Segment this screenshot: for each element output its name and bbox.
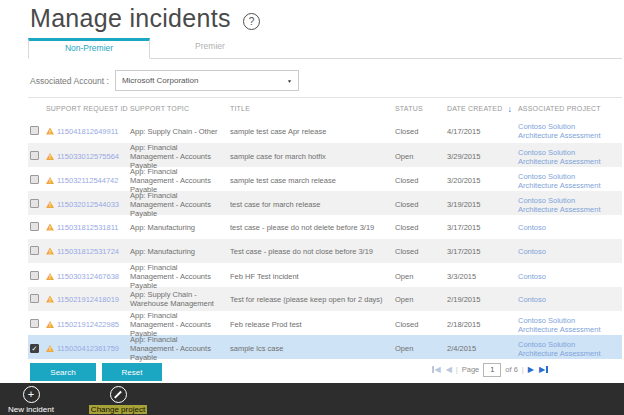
associated-project-link[interactable]: Contoso [518,272,614,281]
pager-left-buttons: ◀◀ [432,365,452,374]
title-cell: Feb release Prod test [230,320,395,329]
column-header-title[interactable]: TITLE [230,105,395,112]
date-created-cell: 3/29/2015 [447,152,518,161]
column-header-label: SUPPORT REQUEST ID [46,105,128,112]
command-label: New incident [8,405,54,414]
page-of-label: of 6 [505,365,518,374]
associated-account-filter: Associated Account : Microsoft Corporati… [30,70,299,91]
table-row[interactable]: ! 115041812649911 App: Supply Chain - Ot… [28,119,622,143]
support-request-id-link[interactable]: 115032112544742 [57,176,118,185]
title-cell: sample lcs case [230,344,395,353]
date-created-cell: 3/20/2015 [447,176,518,185]
row-checkbox[interactable] [30,199,39,208]
column-header-status[interactable]: STATUS [395,105,447,112]
table-row[interactable]: ! 115033012575564 App: Financial Managem… [28,143,622,167]
table-row[interactable]: ! 115031812531724 App: Manufacturing Tes… [28,239,622,263]
warning-triangle-icon: ! [46,321,54,328]
warning-triangle-icon: ! [46,128,54,135]
associated-project-link[interactable]: Contoso Solution Architecture Assessment [518,196,614,214]
associated-project-link[interactable]: Contoso Solution Architecture Assessment [518,148,614,166]
associated-project-link[interactable]: Contoso [518,295,614,304]
prev-page-button[interactable]: ◀ [446,365,452,374]
page-number-input[interactable] [483,363,501,377]
warning-triangle-icon: ! [46,224,54,231]
warning-bang: ! [49,274,51,280]
support-topic-cell: App: Financial Management - Accounts Pay… [130,335,230,362]
search-button[interactable]: Search [30,363,96,381]
warning-bang: ! [49,225,51,231]
column-header-support-topic[interactable]: SUPPORT TOPIC [130,105,230,112]
last-page-button[interactable]: ▶ [539,365,548,374]
row-checkbox[interactable] [30,151,39,160]
support-topic-cell: App: Manufacturing [130,223,230,232]
new-incident-button[interactable]: +New incident [2,386,60,414]
support-request-id-link[interactable]: 115021912422985 [57,320,119,329]
title-cell: sample case for march hotfix [230,152,395,161]
first-page-button[interactable]: ◀ [432,365,441,374]
support-topic-cell: App: Financial Management - Accounts Pay… [130,191,230,218]
row-checkbox[interactable] [30,271,39,280]
table-header-row: SUPPORT REQUEST IDSUPPORT TOPICTITLESTAT… [28,97,622,119]
table-row[interactable]: ! 115021912418019 App: Supply Chain - Wa… [28,287,622,311]
warning-bang: ! [49,129,51,135]
table-row[interactable]: ! 115021912422985 App: Financial Managem… [28,311,622,335]
column-header-label: ASSOCIATED PROJECT [518,105,601,112]
table-row[interactable]: ! 115032112544742 App: Financial Managem… [28,167,622,191]
change-project-button[interactable]: Change project [82,386,154,414]
column-header-associated-project[interactable]: ASSOCIATED PROJECT [518,105,622,112]
support-request-id-link[interactable]: 115031812531811 [57,223,118,232]
table-row[interactable]: ! 115031812531811 App: Manufacturing tes… [28,215,622,239]
row-checkbox[interactable] [30,319,39,328]
associated-project-link[interactable]: Contoso [518,223,614,232]
support-request-id-link[interactable]: 115021912418019 [57,295,119,304]
pencil-icon [114,391,121,398]
total-pages: 6 [514,365,518,374]
pager-separator: | [456,365,458,374]
help-icon[interactable]: ? [243,13,260,30]
warning-triangle-icon: ! [46,201,54,208]
support-topic-cell: App: Financial Management - Accounts Pay… [130,311,230,338]
tab-non-premier[interactable]: Non-Premier [28,38,150,59]
plus-icon: + [23,386,40,403]
page-title: Manage incidents [30,4,231,33]
status-cell: Closed [395,247,447,256]
associated-project-link[interactable]: Contoso [518,247,614,256]
associated-project-link[interactable]: Contoso Solution Architecture Assessment [518,172,614,190]
next-page-button[interactable]: ▶ [528,365,534,374]
support-request-id-link[interactable]: 115030312467638 [57,272,119,281]
table-row[interactable]: ✓ ! 115020412361759 App: Financial Manag… [28,335,622,359]
title-cell: sample test case Apr release [230,127,395,136]
associated-project-link[interactable]: Contoso Solution Architecture Assessment [518,316,614,334]
support-request-id-link[interactable]: 115020412361759 [57,344,119,353]
column-header-date-created[interactable]: DATE CREATED↓ [447,104,518,114]
support-topic-cell: App: Supply Chain - Warehouse Management [130,290,230,308]
title-cell: test case - please do not delete before … [230,223,395,232]
table-row[interactable]: ! 115032012544033 App: Financial Managem… [28,191,622,215]
pager-right-buttons: ▶▶ [528,365,548,374]
row-checkbox[interactable] [30,246,39,255]
support-request-id-link[interactable]: 115033012575564 [57,152,119,161]
reset-button[interactable]: Reset [102,363,162,381]
row-checkbox[interactable] [30,175,39,184]
warning-triangle-icon: ! [46,345,54,352]
support-topic-cell: App: Financial Management - Accounts Pay… [130,143,230,170]
row-checkbox[interactable] [30,294,39,303]
support-request-id-link[interactable]: 115031812531724 [57,247,119,256]
support-request-id-link[interactable]: 115041812649911 [57,127,118,136]
date-created-cell: 2/19/2015 [447,295,518,304]
row-checkbox[interactable] [30,222,39,231]
row-checkbox[interactable] [30,126,39,135]
date-created-cell: 3/17/2015 [447,223,518,232]
tab-premier[interactable]: Premier [150,38,270,58]
associated-project-link[interactable]: Contoso Solution Architecture Assessment [518,340,614,358]
row-checkbox[interactable]: ✓ [30,344,39,353]
manage-incidents-page: Manage incidents ? Non-Premier Premier A… [0,0,624,415]
warning-triangle-icon: ! [46,273,54,280]
support-request-id-link[interactable]: 115032012544033 [57,200,119,209]
column-header-support-request-id[interactable]: SUPPORT REQUEST ID [46,105,130,112]
associated-account-select[interactable]: Microsoft Corporation ▼ [115,70,299,91]
table-row[interactable]: ! 115030312467638 App: Financial Managem… [28,263,622,287]
status-cell: Closed [395,176,447,185]
action-buttons: Search Reset [30,363,162,381]
associated-project-link[interactable]: Contoso Solution Architecture Assessment [518,122,614,140]
